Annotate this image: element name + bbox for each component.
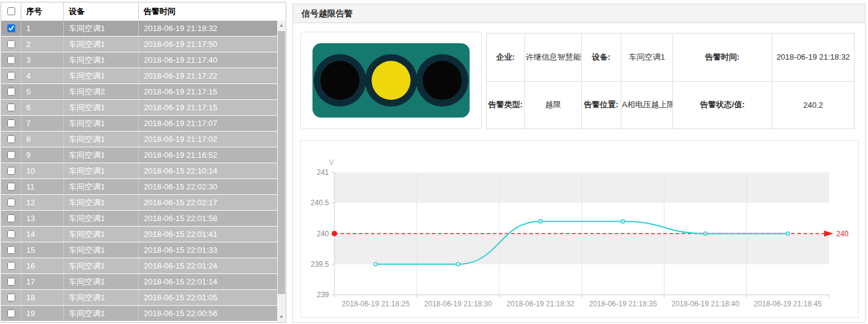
alarm-type-label: 告警类型: — [487, 81, 525, 129]
table-scrollbar[interactable]: ▲ ▼ — [277, 21, 286, 322]
row-checkbox[interactable] — [7, 199, 15, 206]
row-checkbox[interactable] — [7, 135, 15, 143]
alarm-time-value: 2018-06-19 21:18:32 — [772, 33, 855, 82]
table-row[interactable]: 11车间空调12018-06-15 22:02:30 — [1, 179, 277, 195]
row-device: 车间空调1 — [64, 195, 139, 210]
row-checkbox-cell — [1, 37, 21, 52]
row-time: 2018-06-19 21:17:02 — [139, 132, 277, 147]
table-row[interactable]: 10车间空调12018-06-15 22:10:14 — [1, 163, 277, 179]
row-time: 2018-06-15 22:10:14 — [139, 163, 277, 178]
row-checkbox[interactable] — [7, 24, 15, 32]
row-checkbox-cell — [1, 68, 21, 83]
row-time: 2018-06-19 21:17:50 — [139, 37, 277, 52]
row-device: 车间空调1 — [64, 179, 139, 194]
row-checkbox[interactable] — [7, 278, 15, 286]
alarm-status-label: 告警状态/值: — [673, 81, 772, 129]
row-device: 车间空调1 — [64, 290, 139, 305]
scroll-down-icon[interactable]: ▼ — [277, 312, 286, 322]
row-device: 车间空调1 — [64, 211, 139, 226]
table-row[interactable]: 13车间空调12018-06-15 22:01:58 — [1, 211, 277, 227]
table-row[interactable]: 16车间空调12018-06-15 22:01:24 — [1, 258, 277, 274]
row-checkbox[interactable] — [7, 72, 15, 80]
row-device: 车间空调1 — [64, 116, 139, 131]
table-row[interactable]: 14车间空调12018-06-15 22:01:41 — [1, 227, 277, 242]
device-value: 车间空调1 — [621, 33, 673, 82]
row-checkbox[interactable] — [7, 119, 15, 127]
table-row[interactable]: 7车间空调12018-06-19 21:17:07 — [1, 116, 277, 132]
row-index: 10 — [21, 163, 64, 178]
row-device: 车间空调1 — [64, 52, 139, 68]
svg-text:2018-06-19 21:18:25: 2018-06-19 21:18:25 — [342, 300, 410, 308]
row-index: 7 — [21, 116, 64, 131]
table-row[interactable]: 2车间空调12018-06-19 21:17:50 — [1, 37, 277, 52]
row-checkbox[interactable] — [7, 309, 15, 317]
row-checkbox[interactable] — [7, 151, 15, 159]
row-index: 1 — [21, 21, 64, 36]
row-index: 2 — [21, 37, 64, 52]
table-header: 序号 设备 告警时间 — [1, 2, 286, 21]
svg-text:240.5: 240.5 — [311, 199, 329, 207]
row-index: 5 — [21, 84, 64, 99]
row-index: 8 — [21, 132, 64, 147]
enterprise-value: 许继信息智慧能源 — [525, 33, 582, 82]
table-row[interactable]: 8车间空调12018-06-19 21:17:02 — [1, 132, 277, 147]
scrollbar-thumb[interactable] — [278, 31, 285, 294]
row-time: 2018-06-15 22:01:05 — [139, 290, 277, 305]
table-row[interactable]: 3车间空调12018-06-19 21:17:40 — [1, 52, 277, 68]
svg-text:2018-06-19 21:18:30: 2018-06-19 21:18:30 — [424, 300, 492, 308]
row-checkbox[interactable] — [7, 88, 15, 96]
table-row[interactable]: 17车间空调12018-06-15 22:01:14 — [1, 274, 277, 290]
row-checkbox[interactable] — [7, 262, 15, 270]
row-checkbox[interactable] — [7, 230, 15, 238]
row-time: 2018-06-15 22:01:33 — [139, 242, 277, 258]
table-row[interactable]: 19车间空调12018-06-15 22:00:56 — [1, 306, 277, 322]
svg-text:240: 240 — [317, 230, 329, 238]
select-all-checkbox[interactable] — [7, 7, 15, 15]
row-checkbox[interactable] — [7, 167, 15, 175]
row-checkbox[interactable] — [7, 246, 15, 254]
alarm-list-table: 序号 设备 告警时间 1车间空调12018-06-19 21:18:322车间空… — [1, 2, 286, 323]
traffic-lamp-off — [416, 54, 468, 107]
row-checkbox-cell — [1, 147, 21, 163]
table-row[interactable]: 4车间空调12018-06-19 21:17:22 — [1, 68, 277, 84]
row-device: 车间空调1 — [64, 21, 139, 36]
table-row[interactable]: 15车间空调12018-06-15 22:01:33 — [1, 242, 277, 258]
svg-text:2018-06-19 21:18:40: 2018-06-19 21:18:40 — [671, 300, 739, 308]
row-device: 车间空调1 — [64, 100, 139, 115]
row-device: 车间空调1 — [64, 132, 139, 147]
table-row[interactable]: 6车间空调12018-06-19 21:17:15 — [1, 100, 277, 116]
scroll-up-icon[interactable]: ▲ — [277, 21, 286, 30]
row-checkbox-cell — [1, 274, 21, 289]
table-row[interactable]: 12车间空调12018-06-15 22:02:17 — [1, 195, 277, 211]
row-device: 车间空调1 — [64, 306, 139, 321]
traffic-light-icon — [312, 43, 470, 118]
row-checkbox[interactable] — [7, 56, 15, 64]
row-checkbox[interactable] — [7, 214, 15, 222]
table-row[interactable]: 1车间空调12018-06-19 21:18:32 — [1, 21, 277, 37]
svg-text:241: 241 — [317, 168, 329, 177]
traffic-lamp-off — [314, 54, 366, 107]
signal-overlimit-panel: 信号越限告警 企业: 许继信息智慧能源 设备: 车间空调1 告警时间: 2018… — [292, 4, 866, 323]
row-checkbox[interactable] — [7, 183, 15, 191]
alarm-info-table: 企业: 许继信息智慧能源 设备: 车间空调1 告警时间: 2018-06-19 … — [486, 33, 855, 129]
table-row[interactable]: 18车间空调12018-06-15 22:01:05 — [1, 290, 277, 306]
select-all-cell — [1, 2, 21, 21]
svg-text:239.5: 239.5 — [311, 260, 329, 269]
row-checkbox[interactable] — [7, 104, 15, 111]
row-checkbox-cell — [1, 179, 21, 194]
alarm-position-value: A相电压越上限值 — [621, 81, 673, 129]
table-row[interactable]: 5车间空调22018-06-19 21:17:15 — [1, 84, 277, 100]
svg-text:2018-06-19 21:18:45: 2018-06-19 21:18:45 — [754, 300, 822, 308]
row-checkbox-cell — [1, 290, 21, 305]
row-device: 车间空调1 — [64, 242, 139, 258]
table-row[interactable]: 9车间空调12018-06-19 21:16:52 — [1, 147, 277, 163]
row-index: 3 — [21, 52, 64, 68]
row-index: 14 — [21, 227, 64, 242]
row-index: 19 — [21, 306, 64, 321]
row-time: 2018-06-15 22:00:56 — [139, 306, 277, 321]
traffic-lamp-lit — [365, 54, 417, 107]
row-index: 18 — [21, 290, 64, 305]
row-time: 2018-06-15 22:02:30 — [139, 179, 277, 194]
row-checkbox[interactable] — [7, 40, 15, 48]
row-checkbox[interactable] — [7, 294, 15, 301]
